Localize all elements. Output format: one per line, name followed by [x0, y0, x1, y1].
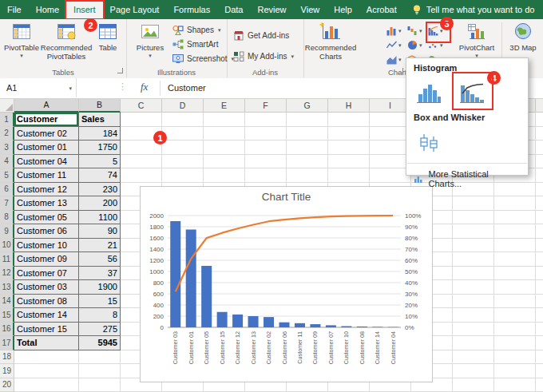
- cell-G5[interactable]: [287, 168, 328, 183]
- cell-A11[interactable]: Customer 09: [14, 252, 79, 267]
- cell-B7[interactable]: 200: [79, 196, 121, 211]
- cell-B4[interactable]: 5: [79, 155, 121, 169]
- cell-L11[interactable]: [494, 252, 536, 267]
- cell-L10[interactable]: [494, 239, 536, 253]
- cell-B8[interactable]: 1100: [79, 211, 121, 225]
- row-header-1[interactable]: 1: [0, 113, 14, 127]
- cell-L13[interactable]: [494, 280, 536, 295]
- cell-L18[interactable]: [494, 350, 536, 365]
- cell-K14[interactable]: [453, 295, 494, 309]
- cell-B16[interactable]: 275: [79, 323, 121, 337]
- cell-D4[interactable]: [162, 155, 204, 169]
- cell-H2[interactable]: [328, 127, 370, 141]
- cell-K17[interactable]: [453, 336, 494, 350]
- embedded-pareto-chart[interactable]: Chart Title 0200400600800100012001400160…: [140, 186, 433, 382]
- cell-M19[interactable]: [536, 364, 543, 378]
- cell-M20[interactable]: [536, 378, 543, 392]
- cell-K19[interactable]: [453, 364, 494, 378]
- row-header-14[interactable]: 14: [0, 295, 14, 309]
- cell-F3[interactable]: [245, 141, 287, 155]
- column-header-H[interactable]: H: [328, 98, 370, 113]
- cell-H3[interactable]: [328, 141, 370, 155]
- cell-L9[interactable]: [494, 224, 536, 239]
- cell-G4[interactable]: [287, 155, 328, 169]
- row-header-11[interactable]: 11: [0, 252, 14, 267]
- tab-home[interactable]: Home: [29, 0, 66, 19]
- column-header-E[interactable]: E: [204, 98, 245, 113]
- box-whisker-chart-option[interactable]: [413, 129, 445, 157]
- cell-B3[interactable]: 1750: [79, 141, 121, 155]
- row-header-13[interactable]: 13: [0, 280, 14, 295]
- cell-H1[interactable]: [328, 113, 370, 127]
- cell-B1[interactable]: Sales: [79, 113, 121, 127]
- row-header-12[interactable]: 12: [0, 267, 14, 281]
- tab-review[interactable]: Review: [250, 0, 293, 19]
- cell-B5[interactable]: 74: [79, 168, 121, 183]
- cell-A15[interactable]: Customer 14: [14, 308, 79, 323]
- row-header-4[interactable]: 4: [0, 155, 14, 169]
- cell-M3[interactable]: [536, 141, 543, 155]
- cell-F1[interactable]: [245, 113, 287, 127]
- cell-C5[interactable]: [121, 168, 162, 183]
- formula-bar-grip-icon[interactable]: ⋮: [118, 81, 127, 92]
- cell-C4[interactable]: [121, 155, 162, 169]
- cell-G2[interactable]: [287, 127, 328, 141]
- cell-M11[interactable]: [536, 252, 543, 267]
- row-header-8[interactable]: 8: [0, 211, 14, 225]
- recommended-pivottables-button[interactable]: Recommended PivotTables: [42, 22, 90, 61]
- cell-A5[interactable]: Customer 11: [14, 168, 79, 183]
- tab-insert[interactable]: Insert: [66, 0, 103, 19]
- row-header-18[interactable]: 18: [0, 350, 14, 365]
- column-header-A[interactable]: A: [14, 98, 79, 113]
- cell-B2[interactable]: 184: [79, 127, 121, 141]
- formula-input[interactable]: Customer: [168, 78, 206, 97]
- row-header-16[interactable]: 16: [0, 323, 14, 337]
- more-statistical-charts-item[interactable]: More Statistical Charts...: [406, 166, 528, 192]
- cell-F5[interactable]: [245, 168, 287, 183]
- cell-B6[interactable]: 230: [79, 183, 121, 197]
- tab-page-layout[interactable]: Page Layout: [103, 0, 167, 19]
- cell-K16[interactable]: [453, 323, 494, 337]
- cell-E1[interactable]: [204, 113, 245, 127]
- tab-acrobat[interactable]: Acrobat: [359, 0, 404, 19]
- row-header-15[interactable]: 15: [0, 308, 14, 323]
- cell-L12[interactable]: [494, 267, 536, 281]
- cell-B14[interactable]: 15: [79, 295, 121, 309]
- cell-A4[interactable]: Customer 04: [14, 155, 79, 169]
- cell-A18[interactable]: [14, 350, 79, 365]
- column-header-G[interactable]: G: [287, 98, 328, 113]
- insert-scatter-chart-button[interactable]: ▾: [428, 38, 447, 51]
- cell-A19[interactable]: [14, 364, 79, 378]
- cell-D3[interactable]: [162, 141, 204, 155]
- cell-A16[interactable]: Customer 15: [14, 323, 79, 337]
- cell-E4[interactable]: [204, 155, 245, 169]
- cell-F4[interactable]: [245, 155, 287, 169]
- cell-M18[interactable]: [536, 350, 543, 365]
- cell-D5[interactable]: [162, 168, 204, 183]
- cell-M10[interactable]: [536, 239, 543, 253]
- row-header-2[interactable]: 2: [0, 127, 14, 141]
- cell-F2[interactable]: [245, 127, 287, 141]
- tab-help[interactable]: Help: [327, 0, 359, 19]
- cell-B20[interactable]: [79, 378, 121, 392]
- insert-pie-chart-button[interactable]: ▾: [407, 38, 426, 51]
- cell-M2[interactable]: [536, 127, 543, 141]
- cell-M6[interactable]: [536, 183, 543, 197]
- fx-icon[interactable]: fx: [141, 81, 148, 93]
- cell-M12[interactable]: [536, 267, 543, 281]
- cell-M13[interactable]: [536, 280, 543, 295]
- tell-me-box[interactable]: Tell me what you want to do: [412, 0, 535, 19]
- cell-K15[interactable]: [453, 308, 494, 323]
- pivottable-button[interactable]: PivotTable ▾: [2, 22, 42, 58]
- cell-K12[interactable]: [453, 267, 494, 281]
- cell-L20[interactable]: [494, 378, 536, 392]
- cell-G1[interactable]: [287, 113, 328, 127]
- cell-A14[interactable]: Customer 08: [14, 295, 79, 309]
- tab-data[interactable]: Data: [217, 0, 250, 19]
- row-header-20[interactable]: 20: [0, 378, 14, 392]
- cell-B12[interactable]: 37: [79, 267, 121, 281]
- get-addins-button[interactable]: Get Add-ins: [233, 29, 289, 42]
- insert-area-chart-button[interactable]: ▾: [386, 53, 406, 65]
- 3d-map-button[interactable]: 3D Map: [505, 22, 541, 53]
- column-header-C[interactable]: C: [121, 98, 162, 113]
